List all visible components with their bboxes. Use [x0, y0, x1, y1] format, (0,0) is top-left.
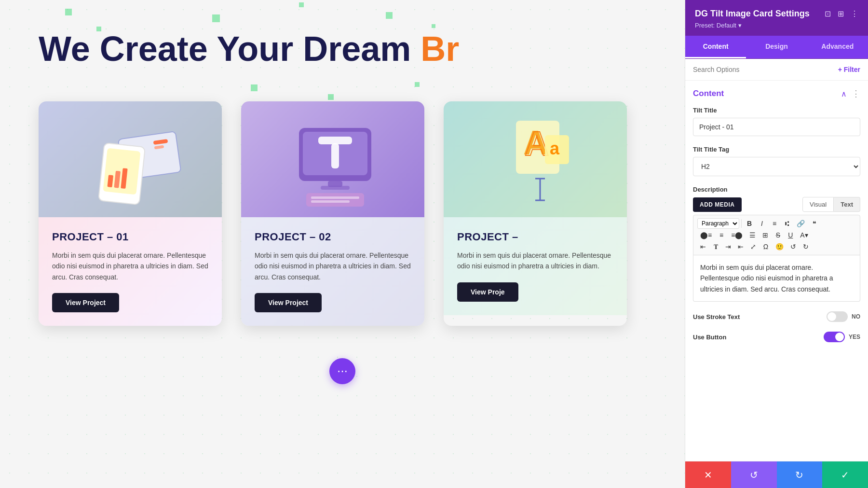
panel-title: DG Tilt Image Card Settings	[695, 9, 810, 19]
fullscreen-button[interactable]: ⤢	[747, 241, 759, 252]
bold-button[interactable]: B	[744, 218, 755, 229]
card-2-description: Morbi in sem quis dui placerat ornare. P…	[255, 250, 411, 282]
deco-square	[299, 2, 304, 7]
ltr-button[interactable]: ⇤	[735, 241, 746, 252]
section-more-icon[interactable]: ⋮	[852, 88, 860, 99]
project-card-2: PROJECT – 02 Morbi in sem quis dui place…	[241, 101, 424, 326]
project-card-1: PROJECT – 01 Morbi in sem quis dui place…	[39, 101, 222, 326]
svg-rect-16	[311, 200, 350, 203]
card-2-illustration	[270, 111, 395, 208]
card-3-body: PROJECT – Morbi in sem quis dui placerat…	[444, 217, 627, 315]
text-view-button[interactable]: Text	[834, 197, 860, 212]
card-1-description: Morbi in sem quis dui placerat ornare. P…	[52, 250, 208, 282]
card-2-image	[241, 101, 424, 217]
use-button-row: Use Button YES	[693, 332, 860, 342]
stroke-text-row: Use Stroke Text NO	[693, 311, 860, 322]
ol-button[interactable]: ⑆	[781, 218, 793, 229]
justify-button[interactable]: ☰	[746, 230, 759, 240]
panel-header: DG Tilt Image Card Settings ⊡ ⊞ ⋮ Preset…	[685, 0, 868, 36]
collapse-icon[interactable]: ∧	[841, 89, 847, 98]
align-left-button[interactable]: ⬤≡	[697, 230, 715, 240]
add-media-button[interactable]: ADD MEDIA	[693, 197, 742, 212]
card-3-title: PROJECT –	[457, 231, 613, 243]
strikethrough-button[interactable]: S	[772, 230, 784, 240]
undo-button[interactable]: ↺	[731, 461, 777, 488]
panel-preset[interactable]: Preset: Default ▾	[695, 22, 858, 29]
paragraph-select[interactable]: Paragraph Heading 1 Heading 2	[697, 218, 739, 229]
use-button-toggle[interactable]	[824, 332, 845, 342]
card-3-button[interactable]: View Proje	[457, 282, 518, 302]
deco-square	[251, 84, 258, 91]
ul-button[interactable]: ≡	[769, 218, 780, 229]
special-char-button[interactable]: Ω	[760, 241, 772, 252]
italic-button[interactable]: I	[756, 218, 768, 229]
panel-body: Content ∧ ⋮ Tilt Title Tilt Title Tag H2…	[685, 81, 868, 461]
indent-button[interactable]: ⇤	[697, 241, 709, 252]
fab-button[interactable]: ⋯	[329, 358, 355, 384]
use-button-label: Use Button	[693, 334, 726, 341]
screen-icon[interactable]: ⊡	[825, 9, 831, 18]
stroke-text-toggle[interactable]	[827, 311, 848, 322]
card-3-description: Morbi in sem quis dui placerat ornare. P…	[457, 250, 613, 272]
deco-square	[65, 9, 72, 15]
redo-button[interactable]: ↻	[777, 461, 823, 488]
card-1-body: PROJECT – 01 Morbi in sem quis dui place…	[39, 217, 222, 326]
save-button[interactable]: ✓	[822, 461, 868, 488]
visual-view-button[interactable]: Visual	[802, 197, 834, 212]
deco-square	[212, 14, 220, 22]
tilt-title-tag-select[interactable]: H2 H1 H3 H4 H5 H6 p span	[693, 157, 860, 176]
project-card-3: A A a PROJECT – Morbi in sem quis dui pl…	[444, 101, 627, 326]
card-2-button[interactable]: View Project	[255, 293, 322, 312]
stroke-text-label: Use Stroke Text	[693, 313, 740, 321]
undo-editor-button[interactable]: ↺	[787, 241, 799, 252]
deco-square	[328, 94, 334, 100]
cards-container: PROJECT – 01 Morbi in sem quis dui place…	[39, 101, 627, 326]
card-2-title: PROJECT – 02	[255, 231, 411, 243]
toolbar-row-3: ⇤ 𝐓 ⇥ ⇤ ⤢ Ω 🙂 ↺ ↻	[697, 241, 856, 252]
align-right-button[interactable]: ≡⬤	[728, 230, 746, 240]
more-vertical-icon[interactable]: ⋮	[851, 9, 858, 18]
tab-content[interactable]: Content	[685, 36, 746, 58]
use-button-toggle-group: YES	[824, 332, 860, 342]
stroke-text-toggle-group: NO	[827, 311, 860, 322]
fab-icon: ⋯	[337, 365, 348, 377]
search-row: + Filter	[685, 59, 868, 81]
panel-header-top: DG Tilt Image Card Settings ⊡ ⊞ ⋮	[695, 9, 858, 19]
redo-editor-button[interactable]: ↻	[800, 241, 812, 252]
description-label: Description	[693, 186, 860, 193]
stroke-text-toggle-label: NO	[852, 313, 860, 320]
align-center-button[interactable]: ≡	[716, 230, 727, 240]
section-actions: ∧ ⋮	[841, 88, 860, 99]
description-editor[interactable]: Morbi in sem quis dui placerat ornare. P…	[693, 255, 860, 302]
rtl-button[interactable]: ⇥	[722, 241, 734, 252]
deco-square	[386, 12, 393, 19]
tilt-title-input[interactable]	[693, 118, 860, 136]
underline-button[interactable]: U	[785, 230, 796, 240]
color-button[interactable]: A▾	[797, 230, 811, 240]
tab-design[interactable]: Design	[746, 36, 807, 58]
editor-toolbar: Paragraph Heading 1 Heading 2 B I ≡ ⑆ 🔗 …	[693, 215, 860, 255]
svg-rect-11	[331, 143, 339, 168]
quote-button[interactable]: ❝	[809, 218, 820, 229]
link-button[interactable]: 🔗	[794, 218, 808, 229]
svg-rect-13	[321, 186, 350, 190]
emoji-button[interactable]: 🙂	[773, 241, 787, 252]
table-button[interactable]: ⊞	[760, 230, 771, 240]
tilt-title-group: Tilt Title	[693, 107, 860, 136]
outdent-button[interactable]: 𝐓	[710, 241, 721, 252]
panel-tabs: Content Design Advanced	[685, 36, 868, 59]
panel-footer: ✕ ↺ ↻ ✓	[685, 461, 868, 488]
filter-button[interactable]: + Filter	[838, 66, 860, 73]
hero-title: We Create Your Dream Br	[39, 29, 459, 69]
svg-rect-10	[318, 137, 352, 144]
search-input[interactable]	[693, 66, 833, 73]
card-1-image	[39, 101, 222, 217]
grid-icon[interactable]: ⊞	[838, 9, 844, 18]
card-1-button[interactable]: View Project	[52, 293, 119, 312]
panel-header-icons: ⊡ ⊞ ⋮	[825, 9, 858, 18]
content-section-header: Content ∧ ⋮	[693, 88, 860, 99]
settings-panel: DG Tilt Image Card Settings ⊡ ⊞ ⋮ Preset…	[685, 0, 868, 488]
tab-advanced[interactable]: Advanced	[807, 36, 868, 58]
deco-square	[415, 82, 420, 87]
cancel-button[interactable]: ✕	[685, 461, 731, 488]
